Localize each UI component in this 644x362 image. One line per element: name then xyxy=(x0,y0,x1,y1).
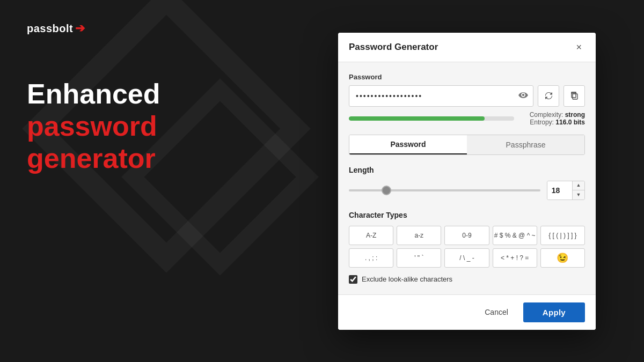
char-btn-brackets[interactable]: { [ ( | ) ] ] } xyxy=(540,226,585,245)
char-btn-quotes[interactable]: ' " ` xyxy=(397,248,441,268)
exclude-lookalike-label[interactable]: Exclude look-alike characters xyxy=(362,275,452,283)
copy-button[interactable] xyxy=(564,85,585,107)
regenerate-button[interactable] xyxy=(538,85,559,107)
char-btn-emoji[interactable]: 😉 xyxy=(540,248,585,268)
complexity-label: Complexity: xyxy=(530,111,564,119)
password-row xyxy=(349,85,585,107)
password-input[interactable] xyxy=(349,85,533,107)
logo: passbolt ➔ xyxy=(27,21,263,35)
toggle-visibility-button[interactable] xyxy=(517,90,529,102)
svg-rect-0 xyxy=(573,94,577,99)
modal-backdrop: Password Generator × Password xyxy=(290,0,644,362)
tab-password[interactable]: Password xyxy=(349,135,467,154)
generator-tabs: Password Passphrase xyxy=(349,135,585,155)
complexity-info: Complexity: strong Entropy: 116.0 bits xyxy=(521,111,585,126)
length-slider[interactable] xyxy=(349,189,540,191)
entropy-label: Entropy: xyxy=(530,119,554,126)
tab-passphrase[interactable]: Passphrase xyxy=(467,135,584,154)
char-btn-digits[interactable]: 0-9 xyxy=(444,226,489,245)
length-input[interactable] xyxy=(547,181,572,200)
hero-title: Enhanced password generator xyxy=(27,78,263,174)
modal-title: Password Generator xyxy=(349,42,438,53)
hero-line2: password generator xyxy=(27,110,157,174)
char-btn-slashes[interactable]: / \ _ - xyxy=(444,248,489,268)
length-increment[interactable]: ▲ xyxy=(573,181,584,190)
length-row: ▲ ▼ xyxy=(349,181,585,200)
length-decrement[interactable]: ▼ xyxy=(573,190,584,200)
strength-bar xyxy=(349,116,514,121)
modal-footer: Cancel Apply xyxy=(338,294,596,330)
char-btn-math[interactable]: < * + ! ? = xyxy=(493,248,537,268)
char-btn-uppercase[interactable]: A-Z xyxy=(349,226,393,245)
char-types-grid: A-Z a-z 0-9 # $ % & @ ^ ~ { [ ( | ) ] ] … xyxy=(349,226,585,268)
hero-line1: Enhanced xyxy=(27,78,160,109)
length-label: Length xyxy=(349,166,585,174)
modal-header: Password Generator × xyxy=(338,33,596,62)
apply-button[interactable]: Apply xyxy=(523,302,585,322)
length-spinner: ▲ ▼ xyxy=(547,181,585,200)
strength-row: Complexity: strong Entropy: 116.0 bits xyxy=(349,111,585,126)
logo-arrow: ➔ xyxy=(75,21,85,35)
entropy-value: 116.0 bits xyxy=(555,119,585,126)
logo-text: passbolt xyxy=(27,23,73,35)
strength-bar-fill xyxy=(349,116,485,121)
char-btn-lowercase[interactable]: a-z xyxy=(397,226,441,245)
complexity-value: strong xyxy=(565,111,585,119)
password-label: Password xyxy=(349,73,585,81)
modal-body: Password xyxy=(338,62,596,284)
password-generator-modal: Password Generator × Password xyxy=(338,33,596,330)
spinner-arrows: ▲ ▼ xyxy=(572,181,584,200)
char-types-label: Character Types xyxy=(349,211,585,219)
close-button[interactable]: × xyxy=(573,41,585,53)
char-btn-punctuation[interactable]: . , ; : xyxy=(349,248,393,268)
exclude-lookalike-checkbox[interactable] xyxy=(349,275,357,284)
exclude-lookalike-row: Exclude look-alike characters xyxy=(349,275,585,284)
cancel-button[interactable]: Cancel xyxy=(476,304,517,321)
char-btn-special1[interactable]: # $ % & @ ^ ~ xyxy=(493,226,537,245)
password-input-wrapper xyxy=(349,85,533,107)
